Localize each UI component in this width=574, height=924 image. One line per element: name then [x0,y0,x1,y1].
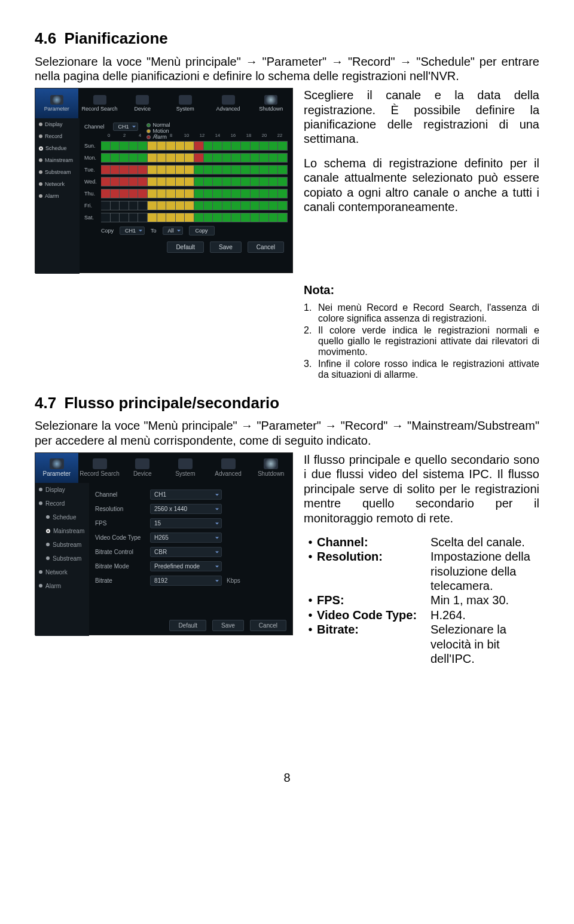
sb-display[interactable]: Display [35,483,89,497]
copy-bar: Copy CH1 To All Copy [84,224,288,238]
tab-shutdown[interactable]: Shutdown [249,453,292,483]
monitor-icon [179,95,192,105]
cancel-button[interactable]: Cancel [250,620,286,631]
sb-record[interactable]: Record [35,497,89,510]
grid-row[interactable]: Sun. [84,140,288,152]
bitratectrl-dropdown[interactable]: CBR [150,547,222,557]
tab-record-search[interactable]: Record Search [78,453,121,483]
sb-record[interactable]: Record [35,130,80,142]
gear-icon [50,95,63,105]
sb-display[interactable]: Display [35,118,80,130]
section-4-7-title: 4.7 Flusso principale/secondario [35,393,539,413]
bitrate-dropdown[interactable]: 8192 [150,576,222,586]
hour-labels: 0246810121416182022 [84,133,288,140]
copy-to-dropdown[interactable]: All [163,227,183,235]
sb-substream2[interactable]: Substream [35,552,89,565]
sb-mainstream[interactable]: Mainstream [35,154,80,166]
toolbar: Parameter Record Search Device System Ad… [35,453,292,483]
sec46-p1: Scegliere il canale e la data della regi… [304,88,539,146]
channel-label: Channel [84,124,105,130]
grid-row[interactable]: Sat. [84,212,288,224]
grid-row[interactable]: Mon. [84,152,288,164]
sb-schedule[interactable]: Schedue [35,142,80,154]
grid-row[interactable]: Fri. [84,200,288,212]
power-icon [264,95,277,105]
left-sidebar: Display Record Schedue Mainstream Substr… [35,483,89,636]
videocode-dropdown[interactable]: H265 [150,533,222,543]
default-button[interactable]: Default [167,241,204,253]
grid-row[interactable]: Tue. [84,164,288,176]
sb-alarm[interactable]: Alarm [35,579,89,593]
drive-icon [93,458,107,469]
tab-device[interactable]: Device [121,453,164,483]
copy-from-dropdown[interactable]: CH1 [120,227,145,235]
bullet-list: •Channel:Scelta del canale. •Resolution:… [304,535,539,666]
sec46-p2: Lo schema di registrazione definito per … [304,156,539,215]
schedule-grid[interactable]: Sun.Mon.Tue.Wed.Thu.Fri.Sat. [84,140,288,224]
sec47-intro: Selezionare la voce "Menù principale" → … [35,418,539,448]
mainstream-screenshot: Parameter Record Search Device System Ad… [35,452,293,635]
page-number: 8 [35,771,539,785]
tab-system[interactable]: System [164,88,207,118]
sec47-p1: Il flusso principale e quello secondario… [304,452,539,525]
tab-record-search[interactable]: Record Search [78,88,121,118]
sb-network[interactable]: Network [35,178,80,190]
mainstream-panel: ChannelCH1 Resolution2560 x 1440 FPS15 V… [89,483,292,636]
sb-network[interactable]: Network [35,565,89,579]
bitratemode-dropdown[interactable]: Predefined mode [150,561,222,571]
device-icon [136,95,149,105]
toolbar: Parameter Record Search Device System Ad… [35,88,292,118]
schedule-screenshot: Parameter Record Search Device System Ad… [35,88,293,273]
schedule-panel: Channel CH1 Normal Motion Alarm 02468101 [80,118,292,274]
nota-label: Nota: [304,283,539,297]
tab-shutdown[interactable]: Shutdown [249,88,292,118]
cancel-button[interactable]: Cancel [248,241,284,253]
save-button[interactable]: Save [210,241,242,253]
tab-system[interactable]: System [164,453,207,483]
tab-advanced[interactable]: Advanced [207,88,250,118]
tools-icon [221,458,236,469]
tab-device[interactable]: Device [121,88,164,118]
tab-parameter[interactable]: Parameter [35,453,78,483]
sb-substream[interactable]: Substream [35,538,89,552]
copy-button[interactable]: Copy [189,226,215,235]
sb-schedule[interactable]: Schedue [35,510,89,524]
channel-dropdown[interactable]: CH1 [113,123,138,131]
left-sidebar: Display Record Schedue Mainstream Substr… [35,118,80,274]
sb-mainstream[interactable]: Mainstream [35,524,89,538]
tab-parameter[interactable]: Parameter [35,88,78,118]
grid-row[interactable]: Wed. [84,176,288,188]
resolution-dropdown[interactable]: 2560 x 1440 [150,504,222,514]
device-icon [135,458,149,469]
nota-list: 1.Nei menù Record e Record Search, l'ass… [304,302,539,380]
sec46-intro: Selezionare la voce "Menù principale" → … [35,54,539,84]
monitor-icon [178,458,193,469]
save-button[interactable]: Save [212,620,244,631]
default-button[interactable]: Default [169,620,206,631]
grid-row[interactable]: Thu. [84,188,288,200]
power-icon [264,458,278,469]
tools-icon [222,95,235,105]
fps-dropdown[interactable]: 15 [150,518,222,528]
drive-icon [93,95,106,105]
sb-alarm[interactable]: Alarm [35,190,80,202]
legend-normal-icon [146,123,151,127]
tab-advanced[interactable]: Advanced [207,453,250,483]
sb-substream[interactable]: Substream [35,166,80,178]
gear-icon [50,458,64,469]
channel-dropdown[interactable]: CH1 [150,489,222,500]
section-4-6-title: 4.6 Pianificazione [35,29,539,48]
